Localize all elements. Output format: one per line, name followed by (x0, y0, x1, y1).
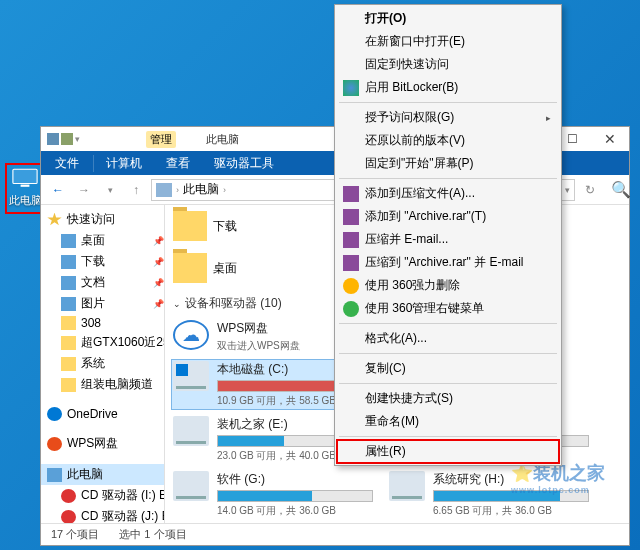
sidebar-wps[interactable]: WPS网盘 (41, 433, 164, 454)
360-icon (343, 278, 359, 294)
system-drive-icon (173, 361, 209, 391)
folder-desktop[interactable]: 桌面 (173, 253, 237, 283)
ribbon-context-tab[interactable]: 管理 (146, 131, 176, 148)
sidebar-cd-drive[interactable]: CD 驱动器 (I:) BONJ (41, 485, 164, 506)
ctx-pin-quick-access[interactable]: 固定到快速访问 (337, 53, 559, 76)
documents-icon (61, 276, 76, 290)
wps-drive-icon: ☁ (173, 320, 209, 350)
ctx-pin-start[interactable]: 固定到"开始"屏幕(P) (337, 152, 559, 175)
360-icon (343, 301, 359, 317)
pc-icon (156, 183, 172, 197)
qat-icon[interactable] (47, 133, 59, 145)
sidebar-item-folder[interactable]: 超GTX1060近25% (41, 332, 164, 353)
nav-back-button[interactable]: ← (47, 179, 69, 201)
close-button[interactable]: ✕ (591, 127, 629, 151)
winrar-icon (343, 232, 359, 248)
ctx-zip-email[interactable]: 压缩并 E-mail... (337, 228, 559, 251)
ctx-add-archive[interactable]: 添加到压缩文件(A)... (337, 182, 559, 205)
sidebar-item-pictures[interactable]: 图片📌 (41, 293, 164, 314)
nav-forward-button[interactable]: → (73, 179, 95, 201)
ctx-restore-versions[interactable]: 还原以前的版本(V) (337, 129, 559, 152)
ctx-create-shortcut[interactable]: 创建快捷方式(S) (337, 387, 559, 410)
ribbon-computer-tab[interactable]: 计算机 (94, 155, 154, 172)
svg-rect-0 (13, 169, 37, 183)
sidebar-cd-drive[interactable]: CD 驱动器 (J:) BONJ (41, 506, 164, 523)
winrar-icon (343, 186, 359, 202)
sidebar-item-downloads[interactable]: 下载📌 (41, 251, 164, 272)
status-selection: 选中 1 个项目 (119, 527, 186, 542)
cd-icon (61, 489, 76, 503)
sidebar-this-pc[interactable]: 此电脑 (41, 464, 164, 485)
cd-icon (61, 510, 76, 524)
ribbon-view-tab[interactable]: 查看 (154, 155, 202, 172)
ctx-bitlocker[interactable]: 启用 BitLocker(B) (337, 76, 559, 99)
drive-g[interactable]: 软件 (G:)14.0 GB 可用，共 36.0 GB (173, 471, 373, 518)
drive-h[interactable]: 系统研究 (H:)6.65 GB 可用，共 36.0 GB (389, 471, 589, 518)
folder-icon (61, 316, 76, 330)
ctx-properties[interactable]: 属性(R) (337, 440, 559, 463)
onedrive-icon (47, 407, 62, 421)
sidebar-onedrive[interactable]: OneDrive (41, 405, 164, 423)
pc-icon (47, 468, 62, 482)
folder-icon (61, 378, 76, 392)
window-title: 此电脑 (206, 132, 239, 147)
folder-icon (61, 336, 76, 350)
context-menu: 打开(O) 在新窗口中打开(E) 固定到快速访问 启用 BitLocker(B)… (334, 4, 562, 466)
sidebar-item-documents[interactable]: 文档📌 (41, 272, 164, 293)
status-bar: 17 个项目 选中 1 个项目 (41, 523, 629, 545)
nav-sidebar: 快速访问 桌面📌 下载📌 文档📌 图片📌 308 超GTX1060近25% 系统… (41, 205, 165, 523)
ctx-open[interactable]: 打开(O) (337, 7, 559, 30)
ribbon-file-tab[interactable]: 文件 (41, 155, 94, 172)
hdd-icon (173, 471, 209, 501)
desktop-this-pc-label: 此电脑 (7, 193, 43, 208)
ribbon-drive-tools-tab[interactable]: 驱动器工具 (202, 155, 286, 172)
winrar-icon (343, 255, 359, 271)
sidebar-quick-access[interactable]: 快速访问 (41, 209, 164, 230)
star-icon (47, 213, 62, 227)
sidebar-item-folder[interactable]: 组装电脑频道 (41, 374, 164, 395)
sidebar-item-folder[interactable]: 系统 (41, 353, 164, 374)
folder-icon (173, 253, 207, 283)
downloads-icon (61, 255, 76, 269)
ctx-rename[interactable]: 重命名(M) (337, 410, 559, 433)
hdd-icon (389, 471, 425, 501)
hdd-icon (173, 416, 209, 446)
pictures-icon (61, 297, 76, 311)
ctx-format[interactable]: 格式化(A)... (337, 327, 559, 350)
status-item-count: 17 个项目 (51, 527, 99, 542)
folder-icon (61, 357, 76, 371)
qat-icon[interactable] (61, 133, 73, 145)
sidebar-item-desktop[interactable]: 桌面📌 (41, 230, 164, 251)
wps-icon (47, 437, 62, 451)
sidebar-item-folder[interactable]: 308 (41, 314, 164, 332)
folder-downloads[interactable]: 下载 (173, 211, 237, 241)
shield-icon (343, 80, 359, 96)
nav-up-button[interactable]: ↑ (125, 179, 147, 201)
ctx-zip-rar-email[interactable]: 压缩到 "Archive.rar" 并 E-mail (337, 251, 559, 274)
desktop-icon (61, 234, 76, 248)
desktop-this-pc-icon[interactable]: 此电脑 (5, 163, 45, 214)
nav-history-button[interactable]: ▾ (99, 179, 121, 201)
ctx-360-menu[interactable]: 使用 360管理右键菜单 (337, 297, 559, 320)
ctx-open-new-window[interactable]: 在新窗口中打开(E) (337, 30, 559, 53)
ctx-add-to-rar[interactable]: 添加到 "Archive.rar"(T) (337, 205, 559, 228)
ctx-copy[interactable]: 复制(C) (337, 357, 559, 380)
folder-icon (173, 211, 207, 241)
ctx-grant-access[interactable]: 授予访问权限(G) (337, 106, 559, 129)
breadcrumb-item[interactable]: 此电脑 (183, 181, 219, 198)
search-icon[interactable]: 🔍 (605, 180, 623, 199)
winrar-icon (343, 209, 359, 225)
ctx-360-delete[interactable]: 使用 360强力删除 (337, 274, 559, 297)
refresh-button[interactable]: ↻ (579, 179, 601, 201)
svg-rect-1 (21, 185, 30, 187)
